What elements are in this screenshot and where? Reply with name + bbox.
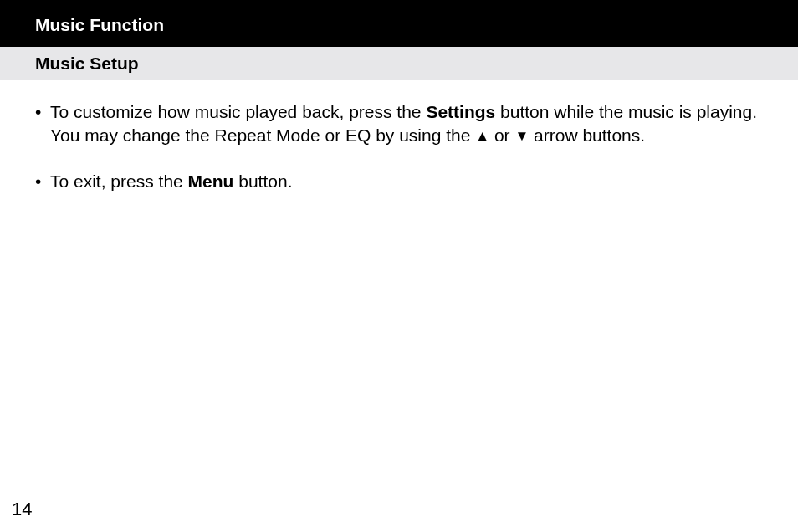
down-arrow-icon: ▼ [514, 128, 529, 144]
bullet-text: To exit, press the Menu button. [50, 171, 292, 191]
bullet-dot-icon: • [35, 100, 41, 124]
bold-text: Settings [426, 102, 495, 121]
section-bar: Music Setup [0, 47, 798, 80]
bullet-text: To customize how music played back, pres… [50, 102, 763, 148]
content-area: • To customize how music played back, pr… [0, 80, 798, 532]
bullet-dot-icon: • [35, 170, 41, 193]
text-fragment: To exit, press the [50, 171, 188, 191]
text-fragment: arrow buttons. [529, 125, 645, 145]
title-bar: Music Function [0, 0, 798, 47]
text-fragment: button while the music is playing. [495, 102, 757, 121]
text-fragment: or [489, 125, 514, 145]
bullet-line2: You may change the Repeat Mode or EQ by … [50, 124, 763, 147]
page-number: 14 [12, 499, 32, 520]
text-fragment: To customize how music played back, pres… [50, 102, 426, 121]
text-fragment: You may change the Repeat Mode or EQ by … [50, 125, 475, 145]
bold-text: Menu [188, 171, 234, 191]
text-fragment: button. [233, 171, 292, 191]
up-arrow-icon: ▲ [475, 128, 489, 144]
bullet-item: • To customize how music played back, pr… [35, 100, 763, 148]
manual-page: Music Function Music Setup • To customiz… [0, 0, 798, 532]
bullet-item: • To exit, press the Menu button. [35, 170, 763, 193]
